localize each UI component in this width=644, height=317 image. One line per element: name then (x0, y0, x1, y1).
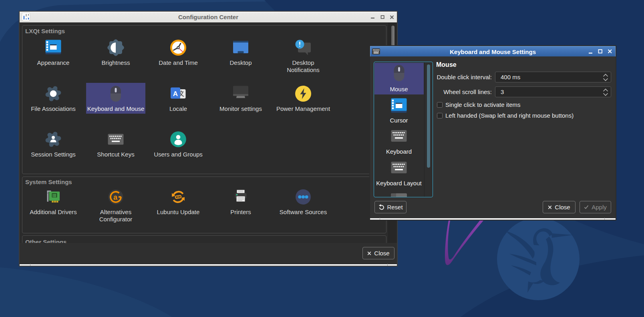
svg-text:A: A (173, 90, 178, 98)
svg-text:a: a (113, 193, 118, 201)
